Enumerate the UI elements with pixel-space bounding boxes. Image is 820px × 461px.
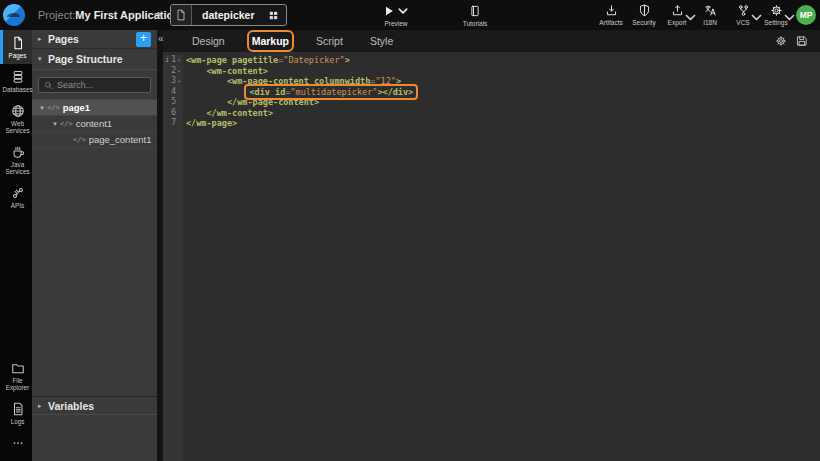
- rail-item-pages-label: Pages: [9, 52, 27, 59]
- add-page-button[interactable]: +: [136, 32, 151, 47]
- code-node-icon: </>: [60, 120, 73, 128]
- code-line-5[interactable]: </wm-page-content>: [186, 97, 820, 108]
- branch-icon: [737, 4, 750, 17]
- page-structure-header[interactable]: ▾ Page Structure: [32, 49, 157, 70]
- editor-tabs: DesignMarkupScriptStyle: [192, 35, 393, 47]
- tree-node-content1[interactable]: ▾</>content1: [32, 116, 157, 132]
- code-line-4[interactable]: <div id="multidatepicker"></div>: [186, 87, 820, 98]
- topbar-security-button[interactable]: Security: [629, 4, 659, 26]
- tutorials-label: Tutorials: [453, 20, 497, 27]
- gutter-line[interactable]: 4: [163, 87, 183, 98]
- chevron-right-icon: ▸: [38, 35, 48, 43]
- topbar-i18n-button[interactable]: I18N: [695, 4, 725, 26]
- user-avatar[interactable]: MP: [796, 5, 816, 25]
- editor-code[interactable]: <wm-page pagetitle="Datepicker"> <wm-con…: [183, 55, 820, 461]
- topbar-vcs-button[interactable]: VCS: [728, 4, 758, 26]
- gutter-line[interactable]: 3▾: [163, 76, 183, 87]
- gutter-line[interactable]: 6: [163, 108, 183, 119]
- code-node-icon: </>: [47, 104, 60, 112]
- rail-item-logs[interactable]: Logs: [0, 396, 32, 430]
- wavemaker-logo-icon[interactable]: [3, 4, 25, 26]
- rail-item-java-services[interactable]: Java Services: [0, 139, 32, 180]
- editor-actions: [775, 35, 808, 47]
- topbar-artifacts-button[interactable]: Artifacts: [596, 4, 626, 26]
- tutorials-button[interactable]: Tutorials: [453, 4, 497, 27]
- page-structure-label: Page Structure: [48, 53, 151, 65]
- preview-button[interactable]: Preview: [374, 4, 418, 27]
- search-input[interactable]: [57, 80, 145, 90]
- pages-section-header[interactable]: ▸ Pages +: [32, 30, 157, 49]
- file-icon: [175, 9, 187, 21]
- tab-script[interactable]: Script: [316, 35, 343, 47]
- gutter-line[interactable]: 2▾: [163, 66, 183, 77]
- left-rail: PagesDatabasesWeb ServicesJava ServicesA…: [0, 30, 32, 461]
- gutter-line[interactable]: 7: [163, 118, 183, 129]
- code-line-2[interactable]: <wm-content>: [186, 66, 820, 77]
- rail-bottom-items: File ExplorerLogs: [0, 355, 32, 457]
- coffee-icon: [11, 145, 25, 159]
- tree-node-page1[interactable]: ▾</>page1: [32, 100, 157, 116]
- breadcrumb-chevron-icon: ›: [157, 6, 161, 21]
- save-button[interactable]: [796, 35, 808, 47]
- panel-bottom-filler: [32, 415, 157, 461]
- tab-markup[interactable]: Markup: [252, 35, 289, 47]
- chevron-down-icon[interactable]: ▾: [50, 120, 60, 128]
- grid-icon[interactable]: [268, 10, 279, 21]
- tree-node-page_content1[interactable]: </>page_content1: [32, 132, 157, 148]
- topbar-artifacts-label: Artifacts: [596, 19, 626, 26]
- structure-search[interactable]: [38, 77, 151, 93]
- info-marker: i: [165, 55, 169, 66]
- rail-item-file-explorer-label: File Explorer: [3, 377, 32, 391]
- rail-item-pages[interactable]: Pages: [0, 30, 32, 64]
- markup-highlight-box: <div id="multidatepicker"></div>: [247, 87, 415, 97]
- code-line-6[interactable]: </wm-content>: [186, 108, 820, 119]
- rail-spacer: [0, 214, 32, 355]
- code-editor[interactable]: i1▾2▾3▾4567 <wm-page pagetitle="Datepick…: [163, 52, 820, 461]
- chevron-down-icon: ▾: [38, 55, 48, 63]
- topbar-export-button[interactable]: Export: [662, 4, 692, 26]
- preview-label: Preview: [374, 20, 418, 27]
- gear-icon: [775, 35, 787, 47]
- panel-spacer: [32, 148, 157, 396]
- chevron-down-icon: [783, 11, 796, 24]
- tree-node-label: content1: [76, 118, 112, 129]
- pages-panel: ▸ Pages + ▾ Page Structure ▾</>page1▾</>…: [32, 30, 157, 461]
- rail-item-apis[interactable]: APIs: [0, 180, 32, 214]
- gutter-line[interactable]: 5: [163, 97, 183, 108]
- topbar-settings-button[interactable]: Settings: [761, 4, 791, 26]
- page-tab-label: datepicker: [192, 9, 268, 21]
- rail-item-more[interactable]: [0, 430, 32, 457]
- page-icon: [11, 36, 25, 50]
- fold-caret-icon[interactable]: ▾: [176, 66, 182, 77]
- pages-section-label: Pages: [48, 33, 136, 45]
- tab-style[interactable]: Style: [370, 35, 393, 47]
- variables-section-label: Variables: [48, 400, 151, 412]
- rail-item-databases[interactable]: Databases: [0, 64, 32, 98]
- rail-item-web-services[interactable]: Web Services: [0, 98, 32, 139]
- top-bar: Project:My First Application › datepicke…: [0, 0, 820, 30]
- tab-design[interactable]: Design: [192, 35, 225, 47]
- code-line-1[interactable]: <wm-page pagetitle="Datepicker">: [186, 55, 820, 66]
- project-label: Project:: [38, 9, 75, 21]
- markup-settings-button[interactable]: [775, 35, 787, 47]
- chevron-down-icon[interactable]: ▾: [37, 104, 47, 112]
- variables-section-header[interactable]: ▸ Variables: [32, 396, 157, 415]
- log-icon: [11, 402, 25, 416]
- globe-icon: [11, 104, 25, 118]
- fold-caret-icon[interactable]: ▾: [176, 55, 182, 66]
- main-area: DesignMarkupScriptStyle i1▾2▾3▾4567 <wm-…: [163, 30, 820, 461]
- gear-icon: [770, 4, 783, 17]
- play-icon: [383, 5, 395, 17]
- api-icon: [11, 186, 25, 200]
- grid-icon: [268, 10, 279, 21]
- gutter-line[interactable]: i1▾: [163, 55, 183, 66]
- fold-caret-icon[interactable]: ▾: [176, 76, 182, 87]
- chevron-down-icon[interactable]: [397, 5, 409, 17]
- open-page-tab[interactable]: datepicker: [170, 4, 287, 26]
- collapse-panel-button[interactable]: «: [158, 33, 164, 45]
- rail-item-file-explorer[interactable]: File Explorer: [0, 355, 32, 396]
- editor-gutter[interactable]: i1▾2▾3▾4567: [163, 55, 183, 461]
- code-line-3[interactable]: <wm-page-content columnwidth="12">: [186, 76, 820, 87]
- ellipsis-icon: [11, 436, 25, 450]
- code-line-7[interactable]: </wm-page>: [186, 118, 820, 129]
